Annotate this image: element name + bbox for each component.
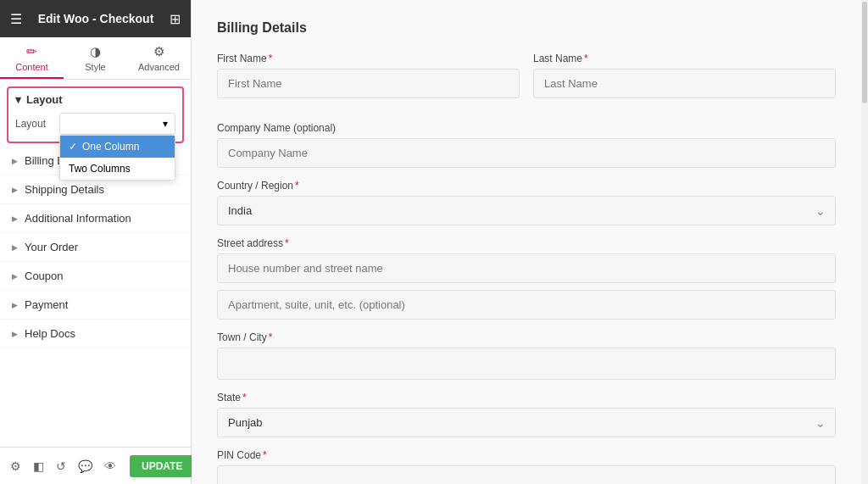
country-group: Country / Region * India xyxy=(217,180,836,225)
main-area: Billing Details First Name * Last Name *… xyxy=(192,0,861,484)
town-label: Town / City * xyxy=(217,331,836,343)
help-docs-arrow-icon: ▶ xyxy=(12,330,18,338)
checkmark-icon: ✓ xyxy=(69,141,77,153)
layout-dropdown-wrap: ▾ ✓ One Column Two Columns xyxy=(59,113,175,135)
nav-shipping-label: Shipping Details xyxy=(25,183,104,196)
page-title: Edit Woo - Checkout xyxy=(22,12,170,25)
tab-advanced-label: Advanced xyxy=(138,62,180,72)
nav-item-payment[interactable]: ▶ Payment xyxy=(0,291,191,320)
pin-label: PIN Code * xyxy=(217,449,836,461)
tab-content-label: Content xyxy=(15,62,48,72)
dropdown-arrow-icon: ▾ xyxy=(163,118,168,130)
style-tab-icon: ◑ xyxy=(90,44,101,59)
your-order-arrow-icon: ▶ xyxy=(12,243,18,252)
nav-item-coupon[interactable]: ▶ Coupon xyxy=(0,262,191,291)
first-name-input[interactable] xyxy=(217,69,520,98)
last-name-required: * xyxy=(584,53,588,64)
option-two-columns-label: Two Columns xyxy=(69,163,131,175)
street-group: Street address * xyxy=(217,237,836,320)
nav-additional-label: Additional Information xyxy=(25,212,131,225)
layout-dropdown-popup: ✓ One Column Two Columns xyxy=(59,135,175,181)
payment-arrow-icon: ▶ xyxy=(12,301,18,309)
option-one-column[interactable]: ✓ One Column xyxy=(60,136,175,158)
grid-icon[interactable]: ⊞ xyxy=(170,11,181,27)
company-label: Company Name (optional) xyxy=(217,122,836,134)
advanced-tab-icon: ⚙ xyxy=(153,44,164,59)
layout-section-header[interactable]: ▾ Layout xyxy=(15,93,175,106)
state-select-wrap: Punjab xyxy=(217,408,836,437)
state-label: State * xyxy=(217,392,836,403)
top-bar: ☰ Edit Woo - Checkout ⊞ xyxy=(0,0,191,37)
layout-label: Layout xyxy=(15,118,53,130)
coupon-arrow-icon: ▶ xyxy=(12,272,18,281)
chat-icon[interactable]: 💬 xyxy=(75,456,96,476)
nav-your-order-label: Your Order xyxy=(25,241,78,253)
bottom-bar: ⚙ ◧ ↺ 💬 👁 UPDATE ▾ xyxy=(0,447,191,484)
nav-item-additional[interactable]: ▶ Additional Information xyxy=(0,204,191,233)
layout-arrow-icon: ▾ xyxy=(15,93,21,106)
town-input[interactable] xyxy=(217,348,836,380)
option-one-column-label: One Column xyxy=(82,141,139,153)
country-required: * xyxy=(295,180,299,192)
left-panel: ☰ Edit Woo - Checkout ⊞ ✏ Content ◑ Styl… xyxy=(0,0,192,484)
eye-icon[interactable]: 👁 xyxy=(101,456,120,476)
nav-item-your-order[interactable]: ▶ Your Order xyxy=(0,233,191,262)
first-name-required: * xyxy=(269,53,273,64)
pin-required: * xyxy=(263,449,267,461)
country-label: Country / Region * xyxy=(217,180,836,192)
layout-section-title: Layout xyxy=(26,93,63,106)
panel-content: ▾ Layout Layout ▾ ✓ One Column xyxy=(0,80,191,447)
state-select[interactable]: Punjab xyxy=(217,408,836,437)
layout-section: ▾ Layout Layout ▾ ✓ One Column xyxy=(7,86,184,143)
nav-help-docs-label: Help Docs xyxy=(25,327,75,340)
nav-payment-label: Payment xyxy=(25,298,68,311)
update-button[interactable]: UPDATE xyxy=(130,455,194,477)
billing-arrow-icon: ▶ xyxy=(12,157,18,165)
pin-input[interactable] xyxy=(217,465,836,484)
scrollbar-track[interactable] xyxy=(861,0,868,484)
town-required: * xyxy=(269,331,273,343)
state-group: State * Punjab xyxy=(217,392,836,437)
option-two-columns[interactable]: Two Columns xyxy=(60,158,175,180)
country-select-wrap: India xyxy=(217,196,836,225)
nav-coupon-label: Coupon xyxy=(25,270,64,282)
company-group: Company Name (optional) xyxy=(217,122,836,168)
responsive-icon[interactable]: ◧ xyxy=(30,456,47,476)
first-name-group: First Name * xyxy=(217,53,520,98)
shipping-arrow-icon: ▶ xyxy=(12,186,18,194)
settings-icon[interactable]: ⚙ xyxy=(7,456,25,476)
street-required: * xyxy=(285,237,289,249)
additional-arrow-icon: ▶ xyxy=(12,214,18,223)
tab-style[interactable]: ◑ Style xyxy=(64,37,127,79)
town-group: Town / City * xyxy=(217,331,836,380)
street-input-1[interactable] xyxy=(217,253,836,283)
company-input[interactable] xyxy=(217,138,836,168)
undo-icon[interactable]: ↺ xyxy=(53,456,70,476)
layout-dropdown[interactable]: ▾ xyxy=(59,113,175,135)
pin-group: PIN Code * xyxy=(217,449,836,484)
street-label: Street address * xyxy=(217,237,836,249)
last-name-input[interactable] xyxy=(533,69,836,98)
state-required: * xyxy=(242,392,247,403)
content-tab-icon: ✏ xyxy=(26,44,37,59)
tab-content[interactable]: ✏ Content xyxy=(0,37,64,79)
tab-advanced[interactable]: ⚙ Advanced xyxy=(127,37,191,79)
last-name-group: Last Name * xyxy=(533,53,836,98)
scrollbar-thumb[interactable] xyxy=(862,2,867,103)
layout-row: Layout ▾ ✓ One Column Two Columns xyxy=(15,113,175,135)
first-name-label: First Name * xyxy=(217,53,520,64)
last-name-label: Last Name * xyxy=(533,53,836,64)
tab-style-label: Style xyxy=(85,62,105,72)
billing-details-title: Billing Details xyxy=(217,20,836,36)
tab-bar: ✏ Content ◑ Style ⚙ Advanced xyxy=(0,37,191,80)
menu-icon[interactable]: ☰ xyxy=(10,11,22,27)
name-row: First Name * Last Name * xyxy=(217,53,836,110)
street-input-2[interactable] xyxy=(217,290,836,320)
nav-item-help-docs[interactable]: ▶ Help Docs xyxy=(0,320,191,348)
country-select[interactable]: India xyxy=(217,196,836,225)
